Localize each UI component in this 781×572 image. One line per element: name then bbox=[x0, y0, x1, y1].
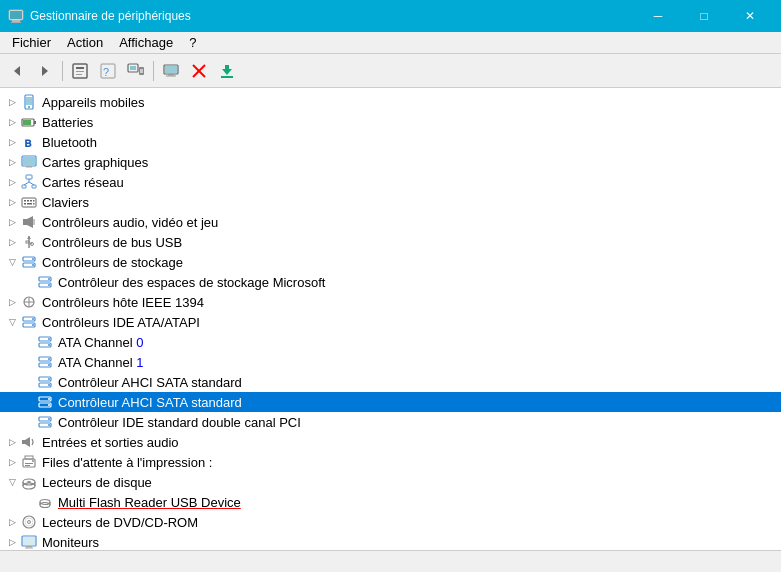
tree-item-ahci-2[interactable]: ▷ Contrôleur AHCI SATA standard bbox=[0, 392, 781, 412]
ahci-1-label: Contrôleur AHCI SATA standard bbox=[58, 375, 242, 390]
scan-button[interactable] bbox=[123, 58, 149, 84]
expand-bluetooth[interactable]: ▷ bbox=[4, 134, 20, 150]
svg-point-90 bbox=[48, 418, 50, 420]
expand-batteries[interactable]: ▷ bbox=[4, 114, 20, 130]
ata1-num: 1 bbox=[136, 355, 143, 370]
storage2-icon bbox=[36, 274, 54, 290]
back-button[interactable] bbox=[4, 58, 30, 84]
svg-line-40 bbox=[29, 182, 34, 185]
tree-item-multi-flash[interactable]: ▷ Multi Flash Reader USB Device bbox=[0, 492, 781, 512]
expand-controleurs-usb[interactable]: ▷ bbox=[4, 234, 20, 250]
multi-flash-label: Multi Flash Reader USB Device bbox=[58, 495, 241, 510]
batteries-label: Batteries bbox=[42, 115, 93, 130]
status-bar bbox=[0, 550, 781, 572]
svg-rect-13 bbox=[130, 66, 136, 70]
expand-flash: ▷ bbox=[20, 494, 36, 510]
svg-point-70 bbox=[32, 318, 34, 320]
menu-affichage[interactable]: Affichage bbox=[111, 33, 181, 52]
close-button[interactable]: ✕ bbox=[727, 0, 773, 32]
battery-icon bbox=[20, 114, 38, 130]
remove-button[interactable] bbox=[186, 58, 212, 84]
title-bar-left: Gestionnaire de périphériques bbox=[8, 8, 191, 24]
svg-rect-45 bbox=[33, 200, 35, 202]
expand-ieee[interactable]: ▷ bbox=[4, 294, 20, 310]
tree-item-ata-channel-0[interactable]: ▷ ATA Channel 0 bbox=[0, 332, 781, 352]
expand-cartes-graphiques[interactable]: ▷ bbox=[4, 154, 20, 170]
usb-icon bbox=[20, 234, 38, 250]
expand-ata1: ▷ bbox=[20, 354, 36, 370]
expand-claviers[interactable]: ▷ bbox=[4, 194, 20, 210]
tree-item-files-attente[interactable]: ▷ Files d'attente à l'impression : bbox=[0, 452, 781, 472]
svg-rect-29 bbox=[34, 121, 36, 124]
svg-text:ʙ: ʙ bbox=[24, 135, 32, 150]
tree-item-bluetooth[interactable]: ▷ ʙ Bluetooth bbox=[0, 132, 781, 152]
expand-stockage[interactable]: ▽ bbox=[4, 254, 20, 270]
expand-moniteurs[interactable]: ▷ bbox=[4, 534, 20, 550]
tree-item-controleur-espaces[interactable]: ▷ Contrôleur des espaces de stockage Mic… bbox=[0, 272, 781, 292]
menu-fichier[interactable]: Fichier bbox=[4, 33, 59, 52]
svg-rect-2 bbox=[11, 22, 21, 23]
svg-point-78 bbox=[48, 358, 50, 360]
controleurs-ieee-label: Contrôleurs hôte IEEE 1394 bbox=[42, 295, 204, 310]
tree-item-moniteurs[interactable]: ▷ Moniteurs bbox=[0, 532, 781, 550]
tree-item-ata-channel-1[interactable]: ▷ ATA Channel 1 bbox=[0, 352, 781, 372]
svg-rect-96 bbox=[25, 463, 33, 464]
svg-point-101 bbox=[23, 483, 35, 489]
menu-help[interactable]: ? bbox=[181, 33, 204, 52]
tree-item-batteries[interactable]: ▷ Batteries bbox=[0, 112, 781, 132]
tree-item-lecteurs-dvd[interactable]: ▷ Lecteurs de DVD/CD-ROM bbox=[0, 512, 781, 532]
expand-lecteurs-dvd[interactable]: ▷ bbox=[4, 514, 20, 530]
expand-controleurs-audio[interactable]: ▷ bbox=[4, 214, 20, 230]
svg-point-75 bbox=[48, 344, 50, 346]
tree-item-ide-double[interactable]: ▷ Contrôleur IDE standard double canal P… bbox=[0, 412, 781, 432]
tree-item-controleurs-bus-usb[interactable]: ▷ Contrôleurs de bus USB bbox=[0, 232, 781, 252]
cartes-reseau-label: Cartes réseau bbox=[42, 175, 124, 190]
tree-item-controleurs-ieee[interactable]: ▷ Contrôleurs hôte IEEE 1394 bbox=[0, 292, 781, 312]
tree-item-ahci-1[interactable]: ▷ Contrôleur AHCI SATA standard bbox=[0, 372, 781, 392]
expand-lecteurs-disque[interactable]: ▽ bbox=[4, 474, 20, 490]
svg-marker-50 bbox=[27, 216, 33, 228]
menu-action[interactable]: Action bbox=[59, 33, 111, 52]
tree-item-cartes-reseau[interactable]: ▷ Cartes réseau bbox=[0, 172, 781, 192]
expand-appareils[interactable]: ▷ bbox=[4, 94, 20, 110]
expand-files-attente[interactable]: ▷ bbox=[4, 454, 20, 470]
svg-point-27 bbox=[28, 106, 30, 108]
tree-item-entrees-sorties[interactable]: ▷ Entrées et sorties audio bbox=[0, 432, 781, 452]
controleurs-audio-label: Contrôleurs audio, vidéo et jeu bbox=[42, 215, 218, 230]
bluetooth-label: Bluetooth bbox=[42, 135, 97, 150]
monitor-button[interactable] bbox=[158, 58, 184, 84]
minimize-button[interactable]: ─ bbox=[635, 0, 681, 32]
tree-item-controleurs-stockage[interactable]: ▽ Contrôleurs de stockage bbox=[0, 252, 781, 272]
svg-rect-47 bbox=[27, 203, 32, 205]
tree-item-appareils-mobiles[interactable]: ▷ Appareils mobiles bbox=[0, 92, 781, 112]
svg-rect-95 bbox=[25, 456, 33, 459]
svg-rect-23 bbox=[225, 65, 229, 70]
update-button[interactable]: ? bbox=[95, 58, 121, 84]
tree-item-lecteurs-disque[interactable]: ▽ Lecteurs de disque bbox=[0, 472, 781, 492]
svg-rect-42 bbox=[24, 200, 26, 202]
expand-ide[interactable]: ▽ bbox=[4, 314, 20, 330]
files-attente-label: Files d'attente à l'impression : bbox=[42, 455, 212, 470]
controleur-espaces-label: Contrôleur des espaces de stockage Micro… bbox=[58, 275, 325, 290]
device-tree[interactable]: ▷ Appareils mobiles ▷ Batteries ▷ ʙ Blue… bbox=[0, 88, 781, 550]
bluetooth-icon: ʙ bbox=[20, 134, 38, 150]
expand-entrees-sorties[interactable]: ▷ bbox=[4, 434, 20, 450]
svg-rect-35 bbox=[26, 175, 32, 179]
tree-item-claviers[interactable]: ▷ Claviers bbox=[0, 192, 781, 212]
tree-item-cartes-graphiques[interactable]: ▷ Cartes graphiques bbox=[0, 152, 781, 172]
tree-item-controleurs-ide[interactable]: ▽ Contrôleurs IDE ATA/ATAPI bbox=[0, 312, 781, 332]
svg-point-74 bbox=[48, 338, 50, 340]
tree-item-controleurs-audio[interactable]: ▷ Contrôleurs audio, vidéo et jeu bbox=[0, 212, 781, 232]
download-button[interactable] bbox=[214, 58, 240, 84]
svg-rect-49 bbox=[23, 219, 27, 225]
svg-point-111 bbox=[28, 521, 31, 524]
separator-2 bbox=[153, 61, 154, 81]
forward-button[interactable] bbox=[32, 58, 58, 84]
keyboard-icon bbox=[20, 194, 38, 210]
svg-point-112 bbox=[25, 518, 33, 526]
expand-cartes-reseau[interactable]: ▷ bbox=[4, 174, 20, 190]
audio2-icon bbox=[20, 434, 38, 450]
properties-button[interactable] bbox=[67, 58, 93, 84]
maximize-button[interactable]: □ bbox=[681, 0, 727, 32]
svg-rect-8 bbox=[76, 71, 84, 72]
